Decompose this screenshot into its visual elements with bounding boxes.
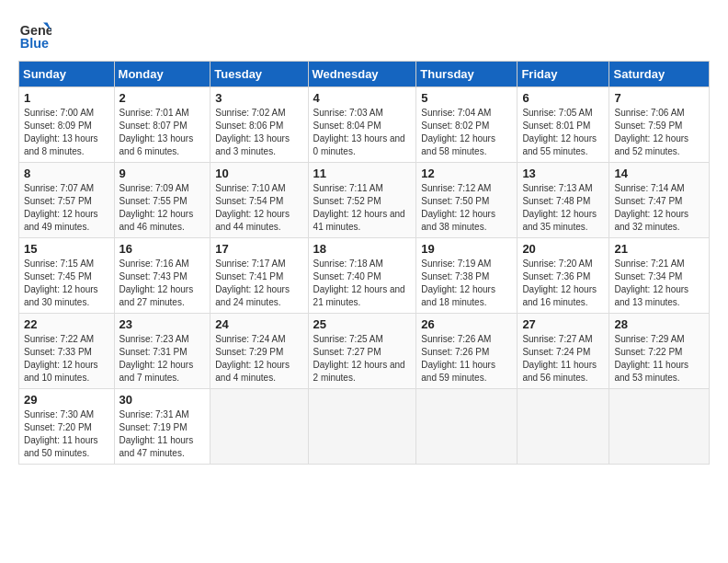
- day-number: 8: [24, 167, 109, 180]
- day-number: 1: [24, 91, 109, 105]
- week-row-3: 15Sunrise: 7:15 AMSunset: 7:45 PMDayligh…: [19, 238, 710, 314]
- calendar-cell: 27Sunrise: 7:27 AMSunset: 7:24 PMDayligh…: [518, 314, 609, 389]
- day-info: Sunrise: 7:14 AMSunset: 7:47 PMDaylight:…: [614, 182, 704, 234]
- calendar-cell: [609, 389, 710, 465]
- day-number: 15: [24, 242, 109, 256]
- column-header-friday: Friday: [518, 62, 609, 87]
- week-row-4: 22Sunrise: 7:22 AMSunset: 7:33 PMDayligh…: [19, 314, 710, 389]
- day-number: 25: [313, 317, 412, 331]
- day-number: 17: [215, 242, 302, 256]
- day-info: Sunrise: 7:00 AMSunset: 8:09 PMDaylight:…: [24, 107, 109, 158]
- day-number: 14: [614, 167, 704, 180]
- day-number: 30: [119, 393, 206, 407]
- day-info: Sunrise: 7:29 AMSunset: 7:22 PMDaylight:…: [614, 333, 704, 385]
- day-info: Sunrise: 7:03 AMSunset: 8:04 PMDaylight:…: [313, 107, 412, 158]
- calendar-cell: [308, 389, 416, 465]
- calendar-cell: 5Sunrise: 7:04 AMSunset: 8:02 PMDaylight…: [416, 87, 518, 163]
- week-row-2: 8Sunrise: 7:07 AMSunset: 7:57 PMDaylight…: [19, 163, 710, 238]
- day-info: Sunrise: 7:09 AMSunset: 7:55 PMDaylight:…: [119, 182, 206, 234]
- day-info: Sunrise: 7:10 AMSunset: 7:54 PMDaylight:…: [215, 182, 302, 234]
- calendar-cell: 20Sunrise: 7:20 AMSunset: 7:36 PMDayligh…: [518, 238, 609, 314]
- svg-text:Blue: Blue: [20, 36, 49, 51]
- calendar-cell: 30Sunrise: 7:31 AMSunset: 7:19 PMDayligh…: [114, 389, 210, 465]
- logo-icon: General Blue: [18, 18, 51, 52]
- day-number: 3: [215, 91, 302, 105]
- day-number: 5: [421, 91, 512, 105]
- day-info: Sunrise: 7:20 AMSunset: 7:36 PMDaylight:…: [522, 258, 604, 309]
- calendar-cell: 23Sunrise: 7:23 AMSunset: 7:31 PMDayligh…: [114, 314, 210, 389]
- calendar-cell: 4Sunrise: 7:03 AMSunset: 8:04 PMDaylight…: [308, 87, 416, 163]
- calendar-cell: 22Sunrise: 7:22 AMSunset: 7:33 PMDayligh…: [19, 314, 115, 389]
- day-info: Sunrise: 7:23 AMSunset: 7:31 PMDaylight:…: [119, 333, 206, 385]
- day-number: 22: [24, 317, 109, 331]
- day-info: Sunrise: 7:26 AMSunset: 7:26 PMDaylight:…: [421, 333, 512, 385]
- day-number: 29: [24, 393, 109, 407]
- calendar-cell: 14Sunrise: 7:14 AMSunset: 7:47 PMDayligh…: [609, 163, 710, 238]
- day-info: Sunrise: 7:30 AMSunset: 7:20 PMDaylight:…: [24, 408, 109, 460]
- day-number: 7: [614, 91, 704, 105]
- calendar-cell: 19Sunrise: 7:19 AMSunset: 7:38 PMDayligh…: [416, 238, 518, 314]
- calendar-cell: 28Sunrise: 7:29 AMSunset: 7:22 PMDayligh…: [609, 314, 710, 389]
- day-info: Sunrise: 7:25 AMSunset: 7:27 PMDaylight:…: [313, 333, 412, 385]
- day-info: Sunrise: 7:27 AMSunset: 7:24 PMDaylight:…: [522, 333, 604, 385]
- calendar-cell: 2Sunrise: 7:01 AMSunset: 8:07 PMDaylight…: [114, 87, 210, 163]
- calendar-cell: 7Sunrise: 7:06 AMSunset: 7:59 PMDaylight…: [609, 87, 710, 163]
- column-header-tuesday: Tuesday: [210, 62, 308, 87]
- day-info: Sunrise: 7:13 AMSunset: 7:48 PMDaylight:…: [522, 182, 604, 234]
- day-info: Sunrise: 7:19 AMSunset: 7:38 PMDaylight:…: [421, 258, 512, 309]
- calendar-cell: 15Sunrise: 7:15 AMSunset: 7:45 PMDayligh…: [19, 238, 115, 314]
- day-info: Sunrise: 7:16 AMSunset: 7:43 PMDaylight:…: [119, 258, 206, 309]
- day-info: Sunrise: 7:07 AMSunset: 7:57 PMDaylight:…: [24, 182, 109, 234]
- calendar-cell: 9Sunrise: 7:09 AMSunset: 7:55 PMDaylight…: [114, 163, 210, 238]
- calendar-cell: 13Sunrise: 7:13 AMSunset: 7:48 PMDayligh…: [518, 163, 609, 238]
- calendar-cell: 12Sunrise: 7:12 AMSunset: 7:50 PMDayligh…: [416, 163, 518, 238]
- calendar-cell: 25Sunrise: 7:25 AMSunset: 7:27 PMDayligh…: [308, 314, 416, 389]
- column-header-saturday: Saturday: [609, 62, 710, 87]
- day-info: Sunrise: 7:24 AMSunset: 7:29 PMDaylight:…: [215, 333, 302, 385]
- day-number: 26: [421, 317, 512, 331]
- column-header-thursday: Thursday: [416, 62, 518, 87]
- calendar-cell: 21Sunrise: 7:21 AMSunset: 7:34 PMDayligh…: [609, 238, 710, 314]
- day-number: 23: [119, 317, 206, 331]
- logo: General Blue: [18, 18, 51, 52]
- calendar-cell: 6Sunrise: 7:05 AMSunset: 8:01 PMDaylight…: [518, 87, 609, 163]
- day-number: 4: [313, 91, 412, 105]
- column-header-sunday: Sunday: [19, 62, 115, 87]
- calendar-cell: 17Sunrise: 7:17 AMSunset: 7:41 PMDayligh…: [210, 238, 308, 314]
- day-info: Sunrise: 7:15 AMSunset: 7:45 PMDaylight:…: [24, 258, 109, 309]
- calendar-cell: 3Sunrise: 7:02 AMSunset: 8:06 PMDaylight…: [210, 87, 308, 163]
- day-info: Sunrise: 7:18 AMSunset: 7:40 PMDaylight:…: [313, 258, 412, 309]
- calendar-cell: 10Sunrise: 7:10 AMSunset: 7:54 PMDayligh…: [210, 163, 308, 238]
- day-info: Sunrise: 7:17 AMSunset: 7:41 PMDaylight:…: [215, 258, 302, 309]
- day-number: 6: [522, 91, 604, 105]
- week-row-1: 1Sunrise: 7:00 AMSunset: 8:09 PMDaylight…: [19, 87, 710, 163]
- day-number: 21: [614, 242, 704, 256]
- calendar-cell: [416, 389, 518, 465]
- day-info: Sunrise: 7:06 AMSunset: 7:59 PMDaylight:…: [614, 107, 704, 158]
- column-header-monday: Monday: [114, 62, 210, 87]
- day-number: 18: [313, 242, 412, 256]
- day-number: 13: [522, 167, 604, 180]
- calendar-cell: [210, 389, 308, 465]
- calendar-cell: 1Sunrise: 7:00 AMSunset: 8:09 PMDaylight…: [19, 87, 115, 163]
- column-header-wednesday: Wednesday: [308, 62, 416, 87]
- day-number: 27: [522, 317, 604, 331]
- day-number: 12: [421, 167, 512, 180]
- week-row-5: 29Sunrise: 7:30 AMSunset: 7:20 PMDayligh…: [19, 389, 710, 465]
- calendar-cell: [518, 389, 609, 465]
- day-info: Sunrise: 7:21 AMSunset: 7:34 PMDaylight:…: [614, 258, 704, 309]
- day-info: Sunrise: 7:22 AMSunset: 7:33 PMDaylight:…: [24, 333, 109, 385]
- day-info: Sunrise: 7:04 AMSunset: 8:02 PMDaylight:…: [421, 107, 512, 158]
- calendar-cell: 8Sunrise: 7:07 AMSunset: 7:57 PMDaylight…: [19, 163, 115, 238]
- calendar-cell: 11Sunrise: 7:11 AMSunset: 7:52 PMDayligh…: [308, 163, 416, 238]
- day-info: Sunrise: 7:01 AMSunset: 8:07 PMDaylight:…: [119, 107, 206, 158]
- calendar-table: SundayMondayTuesdayWednesdayThursdayFrid…: [18, 61, 710, 465]
- day-number: 20: [522, 242, 604, 256]
- day-info: Sunrise: 7:02 AMSunset: 8:06 PMDaylight:…: [215, 107, 302, 158]
- day-number: 24: [215, 317, 302, 331]
- day-number: 9: [119, 167, 206, 180]
- header-row: SundayMondayTuesdayWednesdayThursdayFrid…: [19, 62, 710, 87]
- calendar-cell: 18Sunrise: 7:18 AMSunset: 7:40 PMDayligh…: [308, 238, 416, 314]
- day-number: 28: [614, 317, 704, 331]
- day-number: 16: [119, 242, 206, 256]
